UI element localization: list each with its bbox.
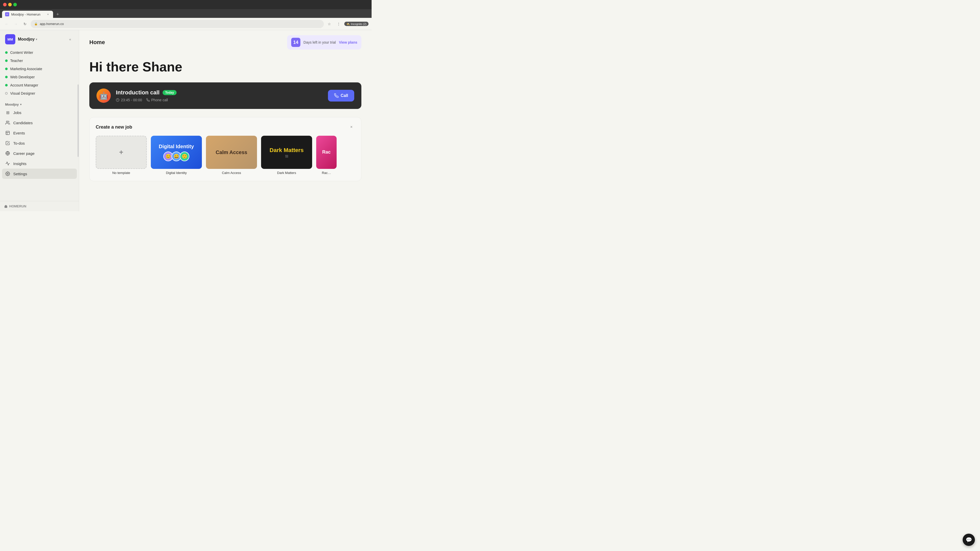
today-badge: Today <box>162 90 177 95</box>
template-no-template[interactable]: + No template <box>96 136 147 175</box>
svg-point-0 <box>6 121 8 122</box>
address-bar[interactable]: 🔒 app.homerun.co <box>30 20 324 28</box>
close-window-button[interactable]: × <box>3 3 6 6</box>
sidebar-scrollbar-thumb[interactable] <box>78 84 79 157</box>
sidebar-logo: MM <box>5 34 15 44</box>
sidebar-item-insights[interactable]: Insights <box>2 159 77 168</box>
template-image-digital-identity: Digital Identity 😊 😄 🙂 <box>151 136 202 169</box>
reload-button[interactable]: ↻ <box>21 21 29 27</box>
sidebar-footer: HOMERUN <box>0 201 79 211</box>
homerun-logo: HOMERUN <box>4 204 75 208</box>
insights-icon <box>5 161 10 166</box>
template-subtitle: ⬛ <box>285 155 288 158</box>
trial-days-number: 14 <box>291 38 301 47</box>
template-image-dark-matters: Dark Matters ⬛ <box>261 136 312 169</box>
template-image-race: Rac <box>316 136 337 169</box>
window-buttons[interactable]: × – + <box>3 3 17 6</box>
template-image-empty: + <box>96 136 147 169</box>
trial-text: Days left in your trial <box>304 40 336 44</box>
template-label: Calm Access <box>206 171 257 175</box>
template-calm-access[interactable]: Calm Access Calm Access <box>206 136 257 175</box>
view-plans-link[interactable]: View plans <box>339 40 357 44</box>
active-tab[interactable]: H Moodjoy - Homerun × <box>2 11 53 18</box>
sidebar-item-todos[interactable]: To-dos <box>2 138 77 148</box>
job-title-label: Visual Designer <box>10 91 35 95</box>
sidebar-item-account-manager[interactable]: Account Manager <box>2 81 77 89</box>
candidates-icon <box>5 120 10 125</box>
sidebar-item-candidates[interactable]: Candidates <box>2 118 77 128</box>
sidebar-item-jobs[interactable]: ⊞ Jobs <box>2 107 77 118</box>
job-status-dot <box>5 51 8 54</box>
incognito-badge: 🕵 Incognito (2) <box>344 22 369 26</box>
sidebar-scrollbar[interactable] <box>77 30 79 211</box>
interview-title-row: Introduction call Today <box>116 89 323 96</box>
nav-label: Candidates <box>13 121 33 125</box>
job-status-dot <box>5 59 8 62</box>
back-button[interactable]: ← <box>3 21 10 27</box>
sidebar-brand-button[interactable]: Moodjoy ▾ <box>18 37 37 41</box>
nav-label: Settings <box>13 171 27 176</box>
template-label: Rac… <box>316 171 337 175</box>
sidebar-item-web-developer[interactable]: Web Developer <box>2 73 77 81</box>
template-label: Dark Matters <box>261 171 312 175</box>
template-digital-identity[interactable]: Digital Identity 😊 😄 🙂 Digital Identity <box>151 136 202 175</box>
tab-title: Moodjoy - Homerun <box>11 13 40 16</box>
template-title: Digital Identity <box>159 143 194 149</box>
create-job-header: Create a new job × <box>96 124 355 130</box>
sidebar-item-visual-designer[interactable]: Visual Designer <box>2 89 77 97</box>
svg-rect-1 <box>6 131 10 135</box>
section-chevron-icon: ▾ <box>20 103 21 106</box>
nav-label: To-dos <box>13 141 25 145</box>
job-status-dot <box>5 68 8 70</box>
job-status-dot <box>5 76 8 78</box>
nav-items: ⊞ Jobs Candidates <box>0 107 79 179</box>
sidebar-collapse-button[interactable]: « <box>67 36 74 43</box>
incognito-label: Incognito (2) <box>351 22 366 25</box>
sidebar-item-events[interactable]: Events <box>2 128 77 138</box>
call-button-label: Call <box>341 94 348 98</box>
sidebar-item-marketing-associate[interactable]: Marketing Associate <box>2 65 77 73</box>
template-dark-matters[interactable]: Dark Matters ⬛ Dark Matters <box>261 136 312 175</box>
forward-button[interactable]: → <box>12 21 19 27</box>
jobs-icon: ⊞ <box>5 110 10 115</box>
nav-label: Jobs <box>13 110 21 115</box>
bookmark-button[interactable]: ☆ <box>326 21 333 27</box>
clock-icon <box>116 98 119 102</box>
sidebar-section-moodjoy: Moodjoy ▾ <box>0 100 79 107</box>
sidebar-item-teacher[interactable]: Teacher <box>2 57 77 65</box>
template-title: Calm Access <box>216 149 247 156</box>
navigation-bar: ← → ↻ 🔒 app.homerun.co ☆ ⋮ 🕵 Incognito (… <box>0 18 372 30</box>
interview-meta: 23:45 - 00:00 Phone call <box>116 98 323 102</box>
nav-actions: ☆ ⋮ 🕵 Incognito (2) <box>326 21 369 27</box>
face-avatar: 🙂 <box>180 151 189 161</box>
call-button[interactable]: Call <box>328 90 354 102</box>
svg-point-6 <box>7 173 8 175</box>
sidebar-scroll-area: Content Writer Teacher Marketing Associa… <box>0 48 79 201</box>
homerun-icon <box>4 205 8 208</box>
minimize-window-button[interactable]: – <box>8 3 12 6</box>
template-race[interactable]: Rac Rac… <box>316 136 337 175</box>
job-title-label: Web Developer <box>10 75 35 79</box>
job-title-label: Account Manager <box>10 83 38 87</box>
events-icon <box>5 130 10 135</box>
create-job-close-button[interactable]: × <box>348 124 355 130</box>
main-body: Hi there Shane 🤖 Introduction call Today <box>79 55 372 211</box>
sidebar-item-career-page[interactable]: Career page <box>2 148 77 159</box>
nav-label: Events <box>13 131 25 135</box>
maximize-window-button[interactable]: + <box>13 3 17 6</box>
sidebar-item-content-writer[interactable]: Content Writer <box>2 48 77 57</box>
job-status-dot-inactive <box>5 92 8 95</box>
create-job-title: Create a new job <box>96 124 132 130</box>
greeting-text: Hi there Shane <box>89 60 361 74</box>
browser-window-controls: × – + <box>0 0 372 9</box>
sidebar-header: MM Moodjoy ▾ « <box>0 30 79 48</box>
brand-name: Moodjoy <box>18 37 35 41</box>
sidebar-item-settings[interactable]: Settings <box>2 168 77 179</box>
lock-icon: 🔒 <box>34 22 38 25</box>
browser-menu-button[interactable]: ⋮ <box>335 21 342 27</box>
new-tab-button[interactable]: + <box>54 11 61 18</box>
templates-grid: + No template Digital Identity 😊 😄 <box>96 136 355 175</box>
template-title: Dark Matters <box>269 147 304 154</box>
interview-time: 23:45 - 00:00 <box>116 98 142 102</box>
tab-close-button[interactable]: × <box>46 12 50 16</box>
